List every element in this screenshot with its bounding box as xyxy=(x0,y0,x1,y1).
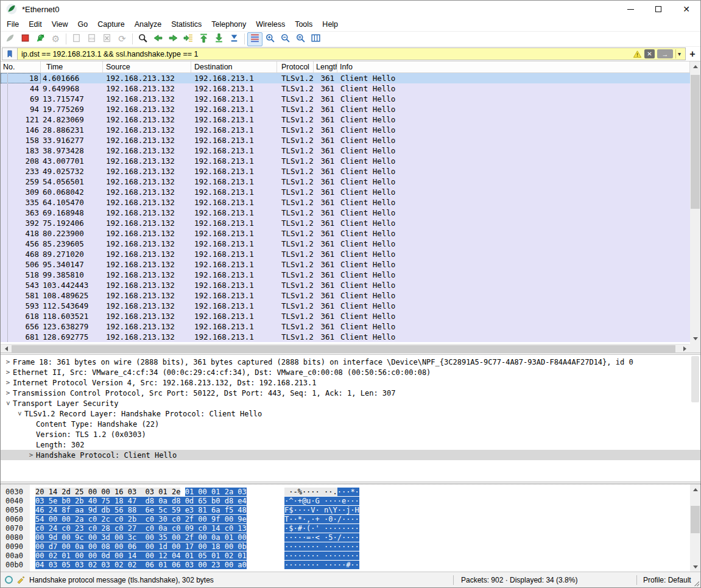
column-header-time[interactable]: Time xyxy=(41,61,103,72)
column-header-length[interactable]: Length xyxy=(314,61,337,72)
display-filter-input[interactable]: ip.dst == 192.168.213.1 && ssl.handshake… xyxy=(17,47,686,60)
bytes-vertical-scrollbar[interactable] xyxy=(690,485,700,572)
hex-row[interactable]: 009000 d7 00 0a 00 08 00 06 00 1d 00 17 … xyxy=(1,542,700,551)
detail-line[interactable]: >TLSv1.2 Record Layer: Handshake Protoco… xyxy=(1,408,700,419)
auto-scroll-button[interactable] xyxy=(227,32,242,46)
hex-row[interactable]: 0070c0 24 c0 23 c0 28 c0 27 c0 0a c0 09 … xyxy=(1,523,700,533)
expand-arrow[interactable]: > xyxy=(3,389,13,397)
open-file-button[interactable] xyxy=(69,32,84,46)
menu-item-file[interactable]: File xyxy=(2,18,24,30)
packet-row[interactable]: 14628.886231192.168.213.132192.168.213.1… xyxy=(1,125,690,135)
menu-item-statistics[interactable]: Statistics xyxy=(166,18,206,30)
scroll-left-button[interactable] xyxy=(2,345,10,353)
clear-filter-button[interactable]: ✕ xyxy=(644,49,655,58)
resize-grip[interactable] xyxy=(694,581,699,586)
column-header-source[interactable]: Source xyxy=(103,61,191,72)
menu-item-tools[interactable]: Tools xyxy=(290,18,317,30)
go-to-packet-button[interactable] xyxy=(181,32,196,46)
expand-arrow[interactable]: > xyxy=(16,409,24,419)
detail-line[interactable]: >Transport Layer Security xyxy=(1,398,700,408)
scroll-down-button[interactable] xyxy=(690,334,700,344)
detail-line[interactable]: >Handshake Protocol: Client Hello xyxy=(1,450,700,460)
menu-item-go[interactable]: Go xyxy=(73,18,93,30)
go-back-button[interactable] xyxy=(150,32,166,46)
packet-row[interactable]: 51899.385810192.168.213.132192.168.213.1… xyxy=(1,270,690,280)
hex-row[interactable]: 005046 24 8f aa 9d db 56 88 6e 5c 59 e3 … xyxy=(1,505,700,514)
close-file-button[interactable] xyxy=(99,32,114,46)
packet-row[interactable]: 41880.223900192.168.213.132192.168.213.1… xyxy=(1,228,690,239)
maximize-button[interactable] xyxy=(644,1,672,18)
packet-row[interactable]: 12124.823069192.168.213.132192.168.213.1… xyxy=(1,114,690,125)
menu-item-telephony[interactable]: Telephony xyxy=(206,18,251,30)
go-first-button[interactable] xyxy=(196,32,211,46)
packet-row[interactable]: 33564.105470192.168.213.132192.168.213.1… xyxy=(1,197,690,208)
capture-comment-icon[interactable] xyxy=(16,575,26,584)
expand-arrow[interactable]: > xyxy=(3,368,13,376)
packet-row[interactable]: 15833.916277192.168.213.132192.168.213.1… xyxy=(1,135,690,145)
packet-row[interactable]: 36369.168948192.168.213.132192.168.213.1… xyxy=(1,208,690,218)
scroll-up-button[interactable] xyxy=(690,61,700,72)
resize-columns-button[interactable] xyxy=(308,32,323,46)
go-forward-button[interactable] xyxy=(166,32,181,46)
restart-capture-button[interactable] xyxy=(33,32,48,46)
packet-row[interactable]: 25954.056501192.168.213.132192.168.213.1… xyxy=(1,177,690,187)
packet-row[interactable]: 45685.239605192.168.213.132192.168.213.1… xyxy=(1,239,690,249)
close-button[interactable]: ✕ xyxy=(672,1,700,18)
scrollbar-thumb[interactable] xyxy=(691,506,700,533)
go-last-button[interactable] xyxy=(211,32,227,46)
packet-row[interactable]: 50695.340147192.168.213.132192.168.213.1… xyxy=(1,259,690,270)
menu-item-view[interactable]: View xyxy=(47,18,73,30)
detail-line[interactable]: >Internet Protocol Version 4, Src: 192.1… xyxy=(1,377,700,388)
stop-capture-button[interactable] xyxy=(18,32,33,46)
packet-row[interactable]: 46889.271020192.168.213.132192.168.213.1… xyxy=(1,249,690,259)
scrollbar-thumb[interactable] xyxy=(12,345,675,352)
column-header-info[interactable]: Info xyxy=(337,61,690,72)
filter-bookmark-button[interactable] xyxy=(2,47,17,60)
menu-item-edit[interactable]: Edit xyxy=(24,18,47,30)
hex-row[interactable]: 006054 00 00 2a c0 2c c0 2b c0 30 c0 2f … xyxy=(1,514,700,523)
packet-row[interactable]: 39275.192406192.168.213.132192.168.213.1… xyxy=(1,218,690,228)
detail-line[interactable]: >Ethernet II, Src: VMware_c4:cf:34 (00:0… xyxy=(1,367,700,377)
menu-item-capture[interactable]: Capture xyxy=(93,18,129,30)
menu-item-help[interactable]: Help xyxy=(317,18,343,30)
zoom-in-button[interactable] xyxy=(262,32,278,46)
hex-row[interactable]: 004003 5e b0 2b 40 75 18 47 d8 0a d8 0d … xyxy=(1,496,700,505)
packet-row[interactable]: 9419.775269192.168.213.132192.168.213.1T… xyxy=(1,104,690,114)
expand-arrow[interactable]: > xyxy=(3,358,13,366)
packet-row[interactable]: 543103.442443192.168.213.132192.168.213.… xyxy=(1,280,690,290)
expand-arrow[interactable]: > xyxy=(4,399,12,408)
packet-row[interactable]: 449.649968192.168.213.132192.168.213.1TL… xyxy=(1,83,690,94)
details-scrollbar-thumb[interactable] xyxy=(691,356,699,402)
scroll-right-button[interactable] xyxy=(680,345,689,353)
column-header-protocol[interactable]: Protocol xyxy=(277,61,314,72)
packet-row[interactable]: 656123.638279192.168.213.132192.168.213.… xyxy=(1,321,690,332)
scrollbar-thumb[interactable] xyxy=(691,75,700,209)
capture-options-button[interactable]: ⚙ xyxy=(48,32,63,46)
find-packet-button[interactable] xyxy=(135,32,150,46)
expert-info-icon[interactable] xyxy=(5,576,13,584)
packet-list-horizontal-scrollbar[interactable] xyxy=(1,344,690,352)
packet-row[interactable]: 184.601666192.168.213.132192.168.213.1TL… xyxy=(1,73,690,83)
hex-row[interactable]: 008000 9d 00 9c 00 3d 00 3c 00 35 00 2f … xyxy=(1,533,700,542)
filter-dropdown-button[interactable]: ▾ xyxy=(675,49,683,58)
packet-row[interactable]: 20843.007701192.168.213.132192.168.213.1… xyxy=(1,156,690,166)
expand-arrow[interactable]: > xyxy=(26,451,36,459)
packet-row[interactable]: 30960.068042192.168.213.132192.168.213.1… xyxy=(1,187,690,197)
packet-row[interactable]: 593112.543649192.168.213.132192.168.213.… xyxy=(1,301,690,311)
minimize-button[interactable] xyxy=(616,1,644,18)
zoom-reset-button[interactable] xyxy=(293,32,308,46)
start-capture-button[interactable] xyxy=(2,32,18,46)
zoom-out-button[interactable] xyxy=(278,32,293,46)
packet-row[interactable]: 581108.489625192.168.213.132192.168.213.… xyxy=(1,290,690,301)
column-header-no[interactable]: No. xyxy=(1,61,41,72)
expand-arrow[interactable]: > xyxy=(3,379,13,387)
scroll-up-button[interactable] xyxy=(690,485,700,495)
packet-row[interactable]: 23349.025732192.168.213.132192.168.213.1… xyxy=(1,166,690,177)
detail-line[interactable]: Content Type: Handshake (22) xyxy=(1,419,700,429)
colorize-button[interactable] xyxy=(247,32,262,46)
add-filter-button[interactable]: + xyxy=(686,47,699,60)
profile-label[interactable]: Profile: Default xyxy=(643,576,691,584)
packet-row[interactable]: 6913.715747192.168.213.132192.168.213.1T… xyxy=(1,94,690,104)
menu-item-wireless[interactable]: Wireless xyxy=(251,18,290,30)
apply-filter-button[interactable]: → xyxy=(657,49,673,58)
